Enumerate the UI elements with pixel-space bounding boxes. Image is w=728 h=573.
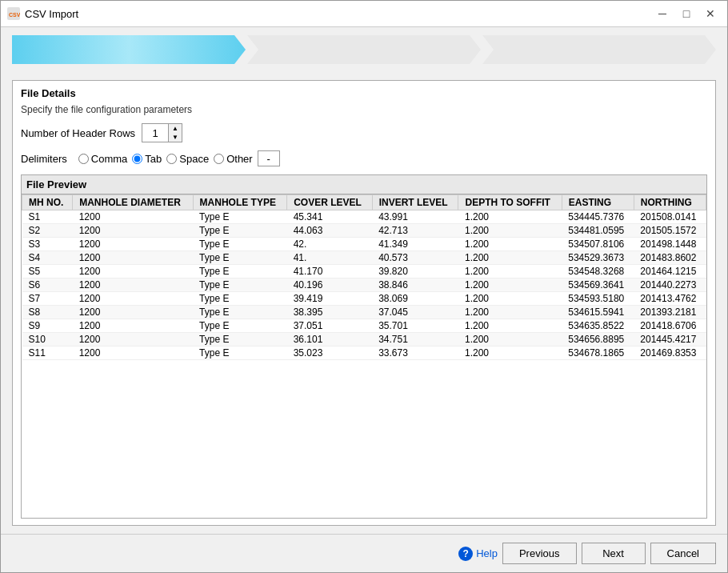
space-label: Space <box>179 153 209 165</box>
other-label: Other <box>226 153 253 165</box>
preview-container: File Preview MH NO. MANHOLE DIAMETER MAN… <box>21 174 707 519</box>
delimiter-other: Other <box>214 153 253 165</box>
space-radio[interactable] <box>166 154 177 164</box>
table-cell: 534481.0595 <box>562 224 634 238</box>
maximize-button[interactable]: □ <box>676 6 697 22</box>
table-cell: 1.200 <box>458 306 562 319</box>
col-type: MANHOLE TYPE <box>193 195 287 210</box>
file-details-section: File Details Specify the file configurat… <box>12 80 716 526</box>
table-cell: 1.200 <box>458 333 562 347</box>
window: CSV CSV Import ─ □ ✕ File Details Specif… <box>0 0 728 573</box>
header-rows-input[interactable]: 1 <box>142 124 168 142</box>
table-cell: 201464.1215 <box>634 265 706 278</box>
wizard-steps <box>12 35 716 64</box>
table-cell: 1.200 <box>458 210 562 224</box>
header-rows-row: Number of Header Rows 1 ▲ ▼ <box>21 123 707 142</box>
other-radio[interactable] <box>214 154 224 164</box>
table-cell: 534635.8522 <box>562 319 634 333</box>
table-cell: 41.349 <box>372 238 458 251</box>
close-button[interactable]: ✕ <box>700 6 721 22</box>
table-cell: 36.101 <box>287 333 372 347</box>
table-cell: 1200 <box>73 251 193 265</box>
table-cell: 1200 <box>73 210 193 224</box>
preview-table-wrap[interactable]: MH NO. MANHOLE DIAMETER MANHOLE TYPE COV… <box>21 194 707 519</box>
table-cell: 201445.4217 <box>634 333 706 347</box>
table-cell: 1.200 <box>458 224 562 238</box>
other-delimiter-input[interactable] <box>258 150 280 166</box>
table-cell: 1.200 <box>458 251 562 265</box>
help-label: Help <box>476 547 498 559</box>
table-cell: Type E <box>193 251 287 265</box>
table-cell: 39.419 <box>287 292 372 306</box>
table-cell: S2 <box>22 224 73 238</box>
table-cell: S11 <box>22 347 73 360</box>
col-easting: EASTING <box>562 195 634 210</box>
cancel-button[interactable]: Cancel <box>650 543 716 564</box>
table-cell: Type E <box>193 278 287 292</box>
table-cell: 1.200 <box>458 278 562 292</box>
table-cell: S3 <box>22 238 73 251</box>
header-rows-spinner[interactable]: 1 ▲ ▼ <box>142 123 182 142</box>
section-title: File Details <box>21 87 707 99</box>
table-cell: Type E <box>193 210 287 224</box>
tab-radio[interactable] <box>132 154 142 164</box>
table-cell: 1.200 <box>458 265 562 278</box>
table-cell: S5 <box>22 265 73 278</box>
table-cell: 1200 <box>73 306 193 319</box>
delimiter-tab: Tab <box>132 153 162 165</box>
wizard-step-1 <box>12 35 246 64</box>
table-row: S21200Type E44.06342.7131.200534481.0595… <box>22 224 706 238</box>
wizard-step-2 <box>247 35 481 64</box>
help-button[interactable]: ? Help <box>458 547 498 561</box>
table-cell: 35.701 <box>372 319 458 333</box>
table-cell: 201393.2181 <box>634 306 706 319</box>
table-cell: 45.341 <box>287 210 372 224</box>
table-cell: 35.023 <box>287 347 372 360</box>
table-cell: 39.820 <box>372 265 458 278</box>
table-cell: 40.196 <box>287 278 372 292</box>
next-button[interactable]: Next <box>582 543 646 564</box>
table-cell: 1.200 <box>458 292 562 306</box>
table-cell: 43.991 <box>372 210 458 224</box>
spinner-up-button[interactable]: ▲ <box>169 124 182 133</box>
table-cell: 534529.3673 <box>562 251 634 265</box>
delimiter-options: Comma Tab Space Other <box>78 150 280 166</box>
spinner-down-button[interactable]: ▼ <box>169 133 182 142</box>
table-cell: Type E <box>193 333 287 347</box>
table-cell: 534656.8895 <box>562 333 634 347</box>
table-row: S71200Type E39.41938.0691.200534593.5180… <box>22 292 706 306</box>
table-cell: Type E <box>193 265 287 278</box>
table-cell: S9 <box>22 319 73 333</box>
table-cell: 38.846 <box>372 278 458 292</box>
table-cell: 534445.7376 <box>562 210 634 224</box>
table-cell: 37.051 <box>287 319 372 333</box>
table-cell: 1200 <box>73 347 193 360</box>
col-depth: DEPTH TO SOFFIT <box>458 195 562 210</box>
table-cell: 1200 <box>73 319 193 333</box>
table-cell: 1.200 <box>458 319 562 333</box>
table-row: S61200Type E40.19638.8461.200534569.3641… <box>22 278 706 292</box>
col-cover: COVER LEVEL <box>287 195 372 210</box>
table-cell: 201498.1448 <box>634 238 706 251</box>
tab-label: Tab <box>145 153 162 165</box>
previous-button[interactable]: Previous <box>502 543 577 564</box>
col-mhno: MH NO. <box>22 195 73 210</box>
table-row: S101200Type E36.10134.7511.200534656.889… <box>22 333 706 347</box>
table-row: S31200Type E42.41.3491.200534507.8106201… <box>22 238 706 251</box>
csv-icon: CSV <box>7 7 20 20</box>
svg-text:CSV: CSV <box>9 12 20 18</box>
table-cell: 42.713 <box>372 224 458 238</box>
minimize-button[interactable]: ─ <box>652 6 673 22</box>
main-content: File Details Specify the file configurat… <box>1 72 727 534</box>
wizard-step-3 <box>482 35 716 64</box>
table-cell: 1.200 <box>458 238 562 251</box>
table-cell: Type E <box>193 347 287 360</box>
title-bar: CSV CSV Import ─ □ ✕ <box>1 1 727 27</box>
table-cell: 201483.8602 <box>634 251 706 265</box>
table-cell: 42. <box>287 238 372 251</box>
comma-radio[interactable] <box>78 154 89 164</box>
help-icon: ? <box>458 547 473 561</box>
bottom-bar: ? Help Previous Next Cancel <box>1 534 727 572</box>
preview-tbody: S11200Type E45.34143.9911.200534445.7376… <box>22 210 706 360</box>
window-controls: ─ □ ✕ <box>652 6 721 22</box>
